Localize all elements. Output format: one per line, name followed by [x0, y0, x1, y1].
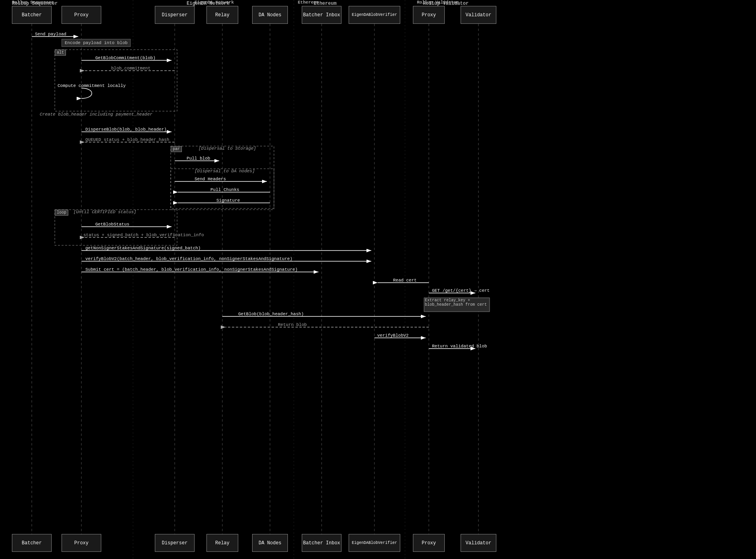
label-get-nonsigner: getNonSignerStakesAndSignature(signed_ba… [85, 246, 201, 251]
label-send-headers: Send Headers [195, 177, 226, 181]
validator-top: Validator [461, 6, 496, 24]
label-blob-commitment: blob_commitment [111, 66, 150, 71]
label-send-payload: Send payload [35, 32, 66, 37]
label-disperseblob: DisperseBlob(blob, blob_header) [85, 127, 167, 132]
label-pull-chunks: Pull Chunks [210, 187, 239, 192]
disperser-top: Disperser [155, 6, 195, 24]
section-rollup-sequencer: Rollup Sequencer [12, 1, 58, 6]
label-get-cert: GET /get/{cert} → cert [432, 288, 490, 293]
label-dispersal-da-nodes: [Dispersal to DA nodes] [195, 169, 255, 173]
label-extract-relay-key: Extract relay_key + blob_header_hash fro… [425, 298, 489, 307]
svg-rect-25 [55, 210, 177, 245]
label-submit-cert: Submit cert = (batch_header, blob_verifi… [85, 267, 298, 272]
danodes-top: DA Nodes [252, 6, 288, 24]
loop-label: loop [55, 210, 68, 216]
label-return-validated-blob: Return validated blob [432, 344, 487, 349]
label-read-cert: Read cert [393, 278, 417, 283]
label-queued-status: QUEUED status + blob_header_hash [85, 137, 169, 142]
proxy-bot: Proxy [62, 534, 101, 552]
label-verifyblobv2: verifyBlobV2 [377, 333, 409, 338]
label-verifyblobv2-eth: verifyBlobV2(batch_header, blob_verifica… [85, 256, 293, 261]
batcherinbox-top: Batcher Inbox [302, 6, 341, 24]
proxy2-top: Proxy [413, 6, 445, 24]
label-getblobcommitment: GetBlobCommitment(blob) [95, 56, 156, 60]
danodes-bot: DA Nodes [252, 534, 288, 552]
label-until-certified: [Until CERTIFIED status] [73, 210, 136, 214]
validator-bot: Validator [461, 534, 496, 552]
label-getblobstatus: GetBlobStatus [95, 222, 129, 227]
proxy2-bot: Proxy [413, 534, 445, 552]
alt-label: alt [55, 50, 66, 56]
label-compute-commitment: Compute commitment locally [58, 83, 126, 88]
note-encode-blob: Encode payload into blob [62, 39, 131, 47]
disperser-bot: Disperser [155, 534, 195, 552]
diagram-container: Rollup Sequencer EigenDA Network Ethereu… [0, 0, 756, 559]
section-ethereum: Ethereum [314, 1, 337, 6]
label-pull-blob: Pull blob [187, 156, 210, 161]
label-status-signed-batch: status + signed_batch + blob_verificatio… [83, 233, 204, 237]
batcher-bot: Batcher [12, 534, 52, 552]
par-label: par [171, 146, 182, 152]
relay-bot: Relay [206, 534, 238, 552]
label-return-blob: Return blob [278, 322, 307, 327]
batcher-top: Batcher [12, 6, 52, 24]
section-rollup-validator: Rollup Validator [423, 1, 469, 6]
proxy-top: Proxy [62, 6, 101, 24]
label-getblob: GetBlob(blob_header_hash) [238, 312, 304, 316]
label-dispersal-storage: [Dispersal to Storage] [199, 146, 256, 151]
eigenverifier-top: EigenDABlobVerifier [349, 6, 400, 24]
label-signature: Signature [216, 198, 240, 203]
section-eigenda-network: EigenDA Network [187, 1, 230, 6]
eigenverifier-bot: EigenDABlobVerifier [349, 534, 400, 552]
label-create-blob-header: Create blob_header including payment_hea… [40, 112, 152, 117]
relay-top: Relay [206, 6, 238, 24]
batcherinbox-bot: Batcher Inbox [302, 534, 341, 552]
